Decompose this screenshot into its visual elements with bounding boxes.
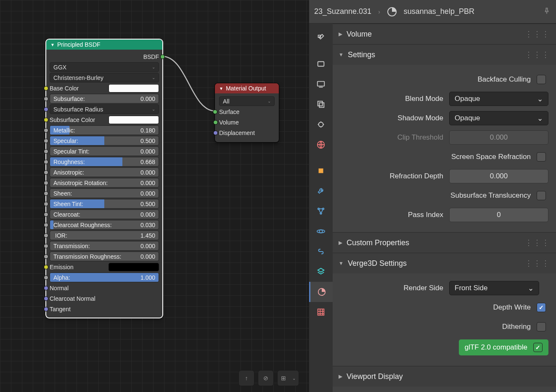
emission-swatch[interactable] (109, 263, 159, 271)
transmission-rough-slider[interactable]: Transmission Roughness:0.000 (50, 252, 159, 261)
socket-metallic[interactable] (44, 128, 48, 132)
drag-icon[interactable]: ⋮⋮⋮ (525, 29, 550, 39)
node-principled-bsdf[interactable]: ▼ Principled BSDF BSDF GGX⌄ Christensen-… (46, 40, 162, 318)
parent-button[interactable]: ↑ (238, 370, 254, 386)
socket-specular[interactable] (44, 138, 48, 143)
backface-culling-checkbox[interactable] (537, 75, 546, 84)
anisotropic-slider[interactable]: Anisotropic:0.000 (50, 167, 159, 177)
collapse-icon[interactable]: ▼ (50, 42, 55, 47)
target-select[interactable]: All⌄ (219, 96, 275, 106)
dithering-checkbox[interactable] (537, 322, 546, 331)
socket-bsdf-out[interactable] (160, 54, 165, 59)
snap-button[interactable]: ⊘ (258, 370, 274, 386)
expand-icon: ▶ (339, 373, 342, 379)
socket-cc-rough[interactable] (44, 222, 48, 227)
ssr-checkbox[interactable] (537, 152, 546, 162)
socket-sheen-tint[interactable] (44, 201, 48, 206)
tab-constraint[interactable] (309, 241, 333, 262)
socket-displacement[interactable] (213, 130, 218, 135)
socket-clearcoat[interactable] (44, 212, 48, 217)
collapse-icon[interactable]: ▼ (219, 86, 223, 91)
breadcrumb-material[interactable]: susannas_help_PBR (404, 7, 474, 16)
tab-viewlayer[interactable] (309, 94, 333, 114)
tab-output[interactable] (309, 74, 333, 94)
ior-field[interactable]: IOR:1.450 (50, 230, 159, 240)
socket-emission[interactable] (44, 265, 48, 269)
section-verge3d[interactable]: ▼Verge3D Settings⋮⋮⋮ (333, 253, 556, 273)
socket-cc-normal[interactable] (44, 296, 48, 301)
socket-aniso[interactable] (44, 170, 48, 175)
socket-alpha[interactable] (44, 275, 48, 280)
socket-roughness[interactable] (44, 159, 48, 164)
node-material-output[interactable]: ▼ Material Output All⌄ Surface Volume Di… (215, 83, 279, 142)
tab-material[interactable] (309, 282, 333, 302)
tab-render[interactable] (309, 54, 333, 74)
specular-slider[interactable]: Specular:0.500 (50, 136, 159, 146)
section-volume[interactable]: ▶Volume⋮⋮⋮ (333, 24, 556, 44)
transmission-slider[interactable]: Transmission:0.000 (50, 241, 159, 251)
gltf-checkbox[interactable]: ✓ (533, 343, 543, 352)
section-custom-properties[interactable]: ▶Custom Properties⋮⋮⋮ (333, 233, 556, 253)
pass-index-field[interactable]: 0 (449, 208, 548, 222)
socket-normal[interactable] (44, 286, 48, 290)
specular-tint-slider[interactable]: Specular Tint:0.000 (50, 146, 159, 156)
drag-icon[interactable]: ⋮⋮⋮ (525, 259, 550, 268)
refraction-depth-field[interactable]: 0.000 (449, 169, 548, 183)
socket-base-color[interactable] (44, 86, 48, 90)
socket-sheen[interactable] (44, 191, 48, 196)
shadow-mode-select[interactable]: Opaque⌄ (449, 111, 548, 125)
svg-rect-1 (318, 62, 324, 66)
socket-volume[interactable] (213, 120, 218, 124)
clearcoat-slider[interactable]: Clearcoat:0.000 (50, 209, 159, 219)
anisotropic-rot-slider[interactable]: Anisotropic Rotation:0.000 (50, 178, 159, 188)
socket-subsurface[interactable] (44, 96, 48, 101)
sss-method-select[interactable]: Christensen-Burley⌄ (50, 73, 159, 82)
clearcoat-rough-slider[interactable]: Clearcoat Roughness:0.030 (50, 220, 159, 230)
socket-aniso-rot[interactable] (44, 180, 48, 185)
sheen-tint-slider[interactable]: Sheen Tint:0.500 (50, 199, 159, 209)
socket-sss-color[interactable] (44, 117, 48, 122)
socket-ior[interactable] (44, 233, 48, 238)
sss-color-swatch[interactable] (109, 116, 159, 124)
base-color-swatch[interactable] (109, 84, 159, 93)
metallic-slider[interactable]: Metallic:0.180 (50, 125, 159, 135)
socket-spec-tint[interactable] (44, 149, 48, 154)
render-side-select[interactable]: Front Side⌄ (449, 281, 539, 295)
section-viewport-display[interactable]: ▶Viewport Display (333, 366, 556, 387)
node-header[interactable]: ▼ Principled BSDF (46, 40, 162, 50)
section-settings[interactable]: ▼Settings⋮⋮⋮ (333, 45, 556, 65)
tab-data[interactable] (309, 262, 333, 282)
sss-radius[interactable]: Subsurface Radius⌄ (50, 104, 159, 114)
sss-translucency-checkbox[interactable] (537, 191, 546, 200)
node-editor[interactable]: ▼ Principled BSDF BSDF GGX⌄ Christensen-… (0, 0, 309, 392)
socket-transmission[interactable] (44, 244, 48, 248)
roughness-slider[interactable]: Roughness:0.668 (50, 157, 159, 167)
distribution-select[interactable]: GGX⌄ (50, 62, 159, 72)
alpha-slider[interactable]: Alpha:1.000 (50, 273, 159, 282)
tab-tool[interactable] (309, 28, 333, 48)
socket-sss-radius[interactable] (44, 107, 48, 111)
sheen-slider[interactable]: Sheen:0.000 (50, 188, 159, 198)
drag-icon[interactable]: ⋮⋮⋮ (525, 238, 550, 247)
gltf-compatible-toggle[interactable]: glTF 2.0 compatible ✓ (459, 339, 548, 355)
tab-object[interactable] (309, 161, 333, 181)
socket-surface[interactable] (213, 109, 217, 114)
tab-modifier[interactable] (309, 181, 333, 201)
breadcrumb-object[interactable]: 23_Suzanne.031 (314, 7, 371, 16)
tab-physics[interactable] (309, 221, 333, 241)
drag-icon[interactable]: ⋮⋮⋮ (525, 50, 550, 59)
properties-content[interactable]: ▶Volume⋮⋮⋮ ▼Settings⋮⋮⋮ Backface Culling… (333, 24, 556, 392)
tab-world[interactable] (309, 135, 333, 155)
socket-tangent[interactable] (44, 307, 48, 311)
blend-mode-select[interactable]: Opaque⌄ (449, 92, 548, 106)
tab-texture[interactable] (309, 302, 333, 322)
tab-scene[interactable] (309, 114, 333, 135)
depth-write-checkbox[interactable]: ✓ (537, 303, 546, 312)
pin-icon[interactable] (543, 7, 551, 16)
expand-icon: ▶ (339, 31, 342, 37)
node-header[interactable]: ▼ Material Output (215, 83, 279, 93)
snap-options-button[interactable]: ⊞⌄ (277, 370, 299, 386)
socket-trans-rough[interactable] (44, 254, 48, 259)
tab-particle[interactable] (309, 201, 333, 221)
subsurface-slider[interactable]: Subsurface:0.000 (50, 94, 159, 103)
